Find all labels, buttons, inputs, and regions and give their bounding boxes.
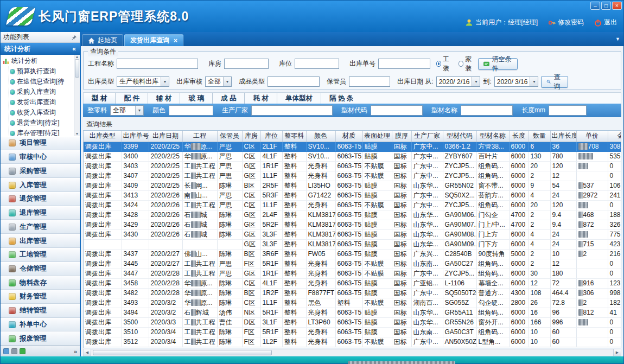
accordion-item[interactable]: 采购管理 (1, 164, 80, 178)
accordion-item[interactable]: 项目管理 (1, 136, 80, 150)
table-row[interactable]: 调拨出库34242020/2/26工共工程严思C区1L1F整料光身料6063-T… (84, 200, 621, 210)
maximize-button[interactable]: □ (601, 2, 611, 10)
table-row[interactable]: 调拨出库34822020/2/28华原...陈琳B区1R2F整料F8877FT6… (84, 288, 621, 298)
scroll-right-icon[interactable]: ▶ (613, 349, 621, 356)
product-type-input[interactable] (268, 76, 320, 87)
material-tab[interactable]: 辅 材 (148, 93, 180, 104)
accordion-item[interactable]: 财务管理 (1, 290, 80, 304)
close-button[interactable]: × (612, 2, 622, 10)
keeper-input[interactable] (349, 76, 390, 87)
outbound-type-select[interactable]: 生产领料出库▼ (117, 76, 169, 87)
column-header[interactable]: 整零料 (282, 131, 306, 142)
table-row[interactable]: 调拨出库34072020/2/25工共工程严思G区1L1F整料光身料6063-T… (84, 171, 621, 181)
table-row[interactable]: 调拨出库34292020/2/26石城陈琳G区5R2F整料KLM38176063… (84, 220, 621, 229)
accordion-item[interactable]: 出库管理 (1, 234, 80, 248)
tree-scrollbar[interactable]: ▲▼ (74, 55, 80, 136)
table-row[interactable]: 调拨出库34942020/3/2石辉城汤伟N区5R1F整料光身料6063-T5贴… (84, 308, 621, 317)
tree-item[interactable]: 退货查询[待定] (10, 118, 73, 128)
warehouse-input[interactable] (224, 59, 269, 69)
accordion-item[interactable]: 退货管理 (1, 192, 80, 206)
table-row[interactable]: 调拨出库33992020/2/25华原...严思C区2L1F整料SV10...6… (84, 142, 621, 151)
collapse-icon[interactable]: « (72, 45, 76, 53)
table-row[interactable]: 调拨出库35002020/3/3工共工程曹佳D区3L1F整料LT3P606063… (84, 317, 621, 327)
table-row[interactable]: 调拨出库34032020/2/25工共工程严思G区1R1F整料光身料6063-T… (84, 161, 621, 171)
accordion-item[interactable]: 退库管理 (1, 206, 80, 220)
column-header[interactable]: 材质 (335, 131, 362, 142)
whole-scrap-select[interactable]: 全部▼ (110, 105, 144, 116)
tab-home[interactable]: 起始页 (82, 34, 123, 46)
apps-icon[interactable] (20, 348, 26, 354)
search-button[interactable]: 查 询 (541, 76, 568, 88)
pin-icon[interactable] (72, 35, 77, 40)
column-header[interactable]: 工程 (182, 131, 217, 142)
table-row[interactable]: 调拨出库34582020/2/28华原...陈琳C区4L1F整料光身料6063-… (84, 278, 621, 288)
workwear-radio[interactable]: 工装 (436, 55, 453, 73)
computer-icon[interactable] (11, 348, 17, 354)
tree-item[interactable]: 预算执行查询 (10, 66, 73, 76)
material-tab[interactable]: 成 品 (212, 93, 244, 104)
horizontal-scrollbar[interactable]: ◀ ▶ (83, 349, 621, 356)
home-decor-radio[interactable]: 家装 (459, 55, 475, 73)
column-header[interactable]: 库房 (242, 131, 260, 142)
table-row[interactable]: G区3L3F整料KLM38176063-T5贴膜国标山东华...GA90M09.… (84, 239, 621, 249)
accordion-item[interactable]: 仓储管理 (1, 262, 80, 276)
table-row[interactable]: 调拨出库34452020/2/27工共工程严思F区5R1F整料光身料6063-T… (84, 259, 621, 269)
tab-close-icon[interactable]: × (174, 37, 177, 44)
date-from-picker[interactable]: 2020/ 2/16▼ (436, 76, 481, 87)
column-header[interactable]: 金额 (608, 131, 621, 142)
table-row[interactable]: 调拨出库34472020/2/28工共工程严思G区1R1F整料光身料6063-T… (84, 269, 621, 278)
tree-item[interactable]: 发货出库查询 (10, 97, 73, 107)
order-no-input[interactable] (378, 59, 430, 69)
column-header[interactable]: 出库长度 (550, 131, 576, 142)
material-tab[interactable]: 耗 材 (244, 93, 276, 104)
tab-list-dropdown-icon[interactable]: ▼ (615, 36, 620, 42)
accordion-item[interactable]: 补单中心 (1, 318, 80, 332)
length-input[interactable] (549, 105, 587, 116)
material-tab[interactable]: 单体型材 (277, 93, 321, 104)
material-tab[interactable]: 玻 璃 (180, 93, 212, 104)
table-row[interactable]: 调拨出库34302020/2/26石城陈琳G区3L3F整料KLM38176063… (84, 229, 621, 239)
column-header[interactable]: 颜色 (306, 131, 335, 142)
outbound-audit-select[interactable]: 全部▼ (205, 76, 232, 87)
material-tab[interactable]: 型 材 (84, 93, 115, 104)
tree-item[interactable]: 采购入库查询 (10, 87, 73, 97)
column-header[interactable]: 库位 (260, 131, 282, 142)
accordion-item[interactable]: 物料盘存 (1, 276, 80, 290)
column-header[interactable]: 长度 (509, 131, 529, 142)
table-row[interactable]: 调拨出库34002020/2/25华原...严思C区4L1F整料SV10...6… (84, 151, 621, 161)
table-row[interactable]: 调拨出库34132020/2/26南山...严思C区5R3F整料G7142260… (84, 190, 621, 200)
table-row[interactable]: 调拨出库35122020/3/4工共工程陈琳F区1L2F整料光身料6063-T5… (84, 337, 621, 347)
material-tab[interactable]: 配 件 (115, 93, 147, 104)
column-header[interactable]: 保管员 (217, 131, 242, 142)
minimize-button[interactable]: – (590, 2, 600, 10)
column-header[interactable]: 单价 (576, 131, 608, 142)
column-header[interactable]: 型材名称 (476, 131, 509, 142)
table-row[interactable]: 调拨出库35102020/3/4工共工程陈琳F区5R1F整料光身料6063-T5… (84, 327, 621, 337)
location-input[interactable] (295, 59, 339, 69)
color-input[interactable] (169, 105, 213, 116)
material-tab[interactable]: 隔 热 条 (321, 93, 361, 104)
column-header[interactable]: 出库日期 (149, 131, 182, 142)
logout-button[interactable]: 退出 (594, 18, 617, 27)
tree-root[interactable]: 统计分析 (3, 56, 73, 66)
table-row[interactable]: 调拨出库34932020/3/2华原...陈琳C区1L1F整料黑色塑料不贴膜国标… (84, 298, 621, 308)
table-row[interactable]: 调拨出库34372020/2/27佛山...陈琳B区3R6F整料FW056063… (84, 249, 621, 259)
date-to-picker[interactable]: 2020/ 3/16▼ (494, 76, 539, 87)
accordion-item[interactable]: 生产管理 (1, 220, 80, 234)
accordion-item[interactable]: 审核中心 (1, 150, 80, 164)
table-row[interactable]: 调拨出库34092020/2/25长网...陈琳B区2R5F整料LI35HO60… (84, 181, 621, 190)
change-password-link[interactable]: 修改密码 (548, 18, 584, 27)
column-header[interactable]: 生产厂家 (411, 131, 443, 142)
column-header[interactable]: 出库单号 (122, 131, 149, 142)
column-header[interactable]: 型材代码 (443, 131, 476, 142)
tab-shipping-outbound-query[interactable]: 发货出库查询 × (124, 34, 183, 46)
list-view-icon[interactable] (3, 348, 9, 354)
column-header[interactable]: 膜厚 (392, 131, 411, 142)
profile-code-input[interactable] (371, 105, 423, 116)
column-header[interactable]: 出库类型 (84, 131, 122, 142)
scroll-thumb[interactable] (93, 350, 272, 355)
table-row[interactable]: 调拨出库34282020/2/26石城陈琳G区2L4F整料KLM38176063… (84, 210, 621, 220)
accordion-item[interactable]: 工地管理 (1, 248, 80, 262)
more-icon[interactable]: » (74, 348, 77, 355)
column-header[interactable]: 数量 (529, 131, 550, 142)
